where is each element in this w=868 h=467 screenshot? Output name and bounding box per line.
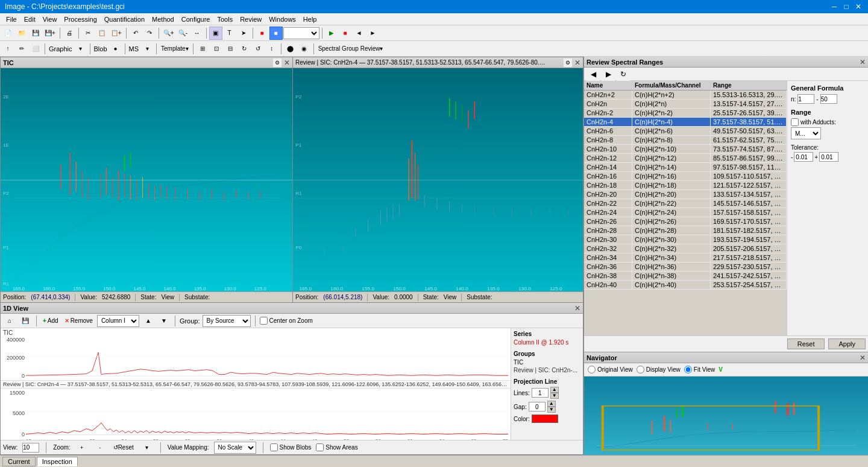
view-1d-close-icon[interactable]: ✕ bbox=[574, 304, 580, 313]
show-blobs-check[interactable] bbox=[270, 443, 278, 451]
menu-method[interactable]: Method bbox=[148, 15, 178, 24]
spectral-table-row[interactable]: CnH2n-6C(n)H(2*n-6)49.5157-50.5157, 63.5… bbox=[584, 127, 787, 136]
color2-button[interactable]: ■ bbox=[269, 27, 283, 40]
menu-file[interactable]: File bbox=[2, 15, 20, 24]
1d-add-button[interactable]: + Add bbox=[41, 314, 60, 328]
fit-view-radio[interactable] bbox=[684, 366, 692, 373]
menu-processing[interactable]: Processing bbox=[60, 15, 100, 24]
1d-remove-button[interactable]: ✕ Remove bbox=[63, 314, 95, 328]
tool4[interactable]: ↻ bbox=[237, 42, 251, 56]
spectral-table-row[interactable]: CnH2n-20C(n)H(2*n-20)133.5157-134.5157, … bbox=[584, 190, 787, 199]
select-button[interactable]: ▣ bbox=[209, 27, 222, 40]
1d-home-icon[interactable]: ⌂ bbox=[3, 314, 16, 328]
menu-quantification[interactable]: Quantification bbox=[101, 15, 148, 24]
1d-up-icon[interactable]: ▲ bbox=[142, 314, 155, 328]
gap-spinner[interactable]: ▲ ▼ bbox=[547, 401, 556, 413]
close-button[interactable]: ✕ bbox=[854, 2, 863, 11]
nav-close-icon[interactable]: ✕ bbox=[860, 354, 866, 362]
spectral-table-row[interactable]: CnH2n-28C(n)H(2*n-28)181.5157-182.5157, … bbox=[584, 226, 787, 235]
gap-down[interactable]: ▼ bbox=[547, 407, 556, 413]
tolerance-minus-input[interactable] bbox=[794, 152, 813, 162]
show-areas-check[interactable] bbox=[316, 443, 324, 451]
color-swatch[interactable] bbox=[532, 415, 558, 423]
view-input[interactable] bbox=[22, 443, 39, 453]
tool2[interactable]: ⊡ bbox=[210, 42, 223, 56]
fit-button[interactable]: ↔ bbox=[190, 27, 204, 40]
spectral-table-row[interactable]: CnH2n-24C(n)H(2*n-24)157.5157-158.5157, … bbox=[584, 208, 787, 217]
template-dropdown[interactable]: Template ▾ bbox=[159, 42, 190, 56]
original-view-radio-label[interactable]: Original View bbox=[588, 366, 633, 373]
undo-button[interactable]: ↶ bbox=[129, 27, 142, 40]
reset-dropdown[interactable]: ▾ bbox=[140, 441, 154, 454]
reset-button[interactable]: Reset bbox=[787, 338, 825, 349]
cut-button[interactable]: ✂ bbox=[81, 27, 95, 40]
current-tab[interactable]: Current bbox=[2, 457, 36, 466]
apply-button[interactable]: Apply bbox=[828, 338, 866, 349]
play-button[interactable]: ▶ bbox=[325, 27, 338, 40]
paste-button[interactable]: 📋+ bbox=[109, 27, 124, 40]
spectral-table-row[interactable]: CnH2n-12C(n)H(2*n-12)85.5157-86.5157, 99… bbox=[584, 154, 787, 163]
graphic-dropdown[interactable]: ▾ bbox=[74, 42, 87, 56]
lines-down[interactable]: ▼ bbox=[550, 393, 559, 399]
minimize-button[interactable]: ─ bbox=[829, 2, 839, 11]
spectral-table-row[interactable]: CnH2n-26C(n)H(2*n-26)169.5157-170.5157, … bbox=[584, 217, 787, 226]
gap-input[interactable] bbox=[529, 402, 546, 411]
tool6[interactable]: ↕ bbox=[265, 42, 278, 56]
fit-view-radio-label[interactable]: Fit View bbox=[684, 366, 715, 373]
spectral-table-row[interactable]: CnH2n-22C(n)H(2*n-22)145.5157-146.5157, … bbox=[584, 199, 787, 208]
s50-input[interactable] bbox=[820, 94, 837, 104]
spectral-table-row[interactable]: CnH2n-16C(n)H(2*n-16)109.5157-110.5157, … bbox=[584, 172, 787, 181]
color-select[interactable] bbox=[283, 27, 319, 39]
save-button[interactable]: 💾 bbox=[29, 27, 42, 40]
copy-button[interactable]: 📋 bbox=[95, 27, 108, 40]
menu-edit[interactable]: Edit bbox=[20, 15, 39, 24]
maximize-button[interactable]: □ bbox=[841, 2, 851, 11]
tool5[interactable]: ↺ bbox=[251, 42, 265, 56]
tic-close-icon[interactable]: ✕ bbox=[284, 59, 290, 67]
tool3[interactable]: ⊟ bbox=[224, 42, 237, 56]
menu-review[interactable]: Review bbox=[236, 15, 265, 24]
lines-up[interactable]: ▲ bbox=[550, 387, 559, 393]
spectral-table-row[interactable]: CnH2n+2C(n)H(2*n+2)15.5313-16.5313, 29.5… bbox=[584, 91, 787, 100]
text-button[interactable]: T bbox=[223, 27, 236, 40]
color1-button[interactable]: ■ bbox=[256, 27, 269, 40]
review-close-icon[interactable]: ✕ bbox=[574, 59, 580, 67]
menu-tools[interactable]: Tools bbox=[213, 15, 236, 24]
spectral-table-row[interactable]: CnH2n-4C(n)H(2*n-4)37.5157-38.5157, 51.5… bbox=[584, 118, 787, 127]
menu-view[interactable]: View bbox=[39, 15, 61, 24]
n-input[interactable] bbox=[797, 94, 814, 104]
review-settings-icon[interactable]: ⚙ bbox=[564, 59, 572, 67]
menu-help[interactable]: Help bbox=[300, 15, 321, 24]
tolerance-plus-input[interactable] bbox=[819, 152, 838, 162]
column-select[interactable]: Column I bbox=[97, 315, 139, 327]
menu-configure[interactable]: Configure bbox=[178, 15, 214, 24]
display-view-radio[interactable] bbox=[637, 366, 644, 373]
spectral-table-row[interactable]: CnH2n-2C(n)H(2*n-2)25.5157-26.5157, 39.5… bbox=[584, 109, 787, 118]
open-button[interactable]: 📁 bbox=[15, 27, 28, 40]
show-blobs-cb[interactable]: Show Blobs bbox=[270, 443, 312, 451]
pencil-button[interactable]: ✏ bbox=[15, 42, 28, 56]
new-button[interactable]: 📄 bbox=[1, 27, 14, 40]
tool7[interactable]: ⬤ bbox=[284, 42, 297, 56]
center-on-zoom-check[interactable] bbox=[260, 317, 268, 325]
spectral-group-review-button[interactable]: Spectral Group Review ▾ bbox=[316, 42, 385, 56]
arrow-button[interactable]: ➤ bbox=[237, 27, 250, 40]
spectral-table-row[interactable]: CnH2n-38C(n)H(2*n-38)241.5157-242.5157, … bbox=[584, 272, 787, 281]
spectral-refresh-icon[interactable]: ↻ bbox=[617, 68, 630, 81]
spectral-table-row[interactable]: CnH2nC(n)H(2*n)13.5157-14.5157, 27.5313-… bbox=[584, 100, 787, 109]
center-on-zoom-label[interactable]: Center on Zoom bbox=[260, 317, 313, 325]
gap-up[interactable]: ▲ bbox=[547, 401, 556, 407]
zoom-out-button[interactable]: 🔍- bbox=[177, 27, 190, 40]
with-adducts-check[interactable] bbox=[791, 118, 799, 126]
lines-input[interactable] bbox=[532, 388, 549, 398]
group-select[interactable]: By Source bbox=[203, 315, 251, 327]
cursor-button[interactable]: ↑ bbox=[1, 42, 14, 56]
spectral-back-icon[interactable]: ◀ bbox=[587, 68, 600, 81]
spectral-table-row[interactable]: CnH2n-32C(n)H(2*n-32)205.5157-206.5157, … bbox=[584, 244, 787, 253]
spectral-table-row[interactable]: CnH2n-10C(n)H(2*n-10)73.5157-74.5157, 87… bbox=[584, 145, 787, 154]
spectral-table-row[interactable]: CnH2n-34C(n)H(2*n-34)217.5157-218.5157, … bbox=[584, 253, 787, 262]
spectral-table-row[interactable]: CnH2n-18C(n)H(2*n-18)121.5157-122.5157, … bbox=[584, 181, 787, 190]
lines-spinner[interactable]: ▲ ▼ bbox=[550, 387, 559, 399]
print-button[interactable]: 🖨 bbox=[63, 27, 76, 40]
ms-dropdown[interactable]: ▾ bbox=[140, 42, 154, 56]
